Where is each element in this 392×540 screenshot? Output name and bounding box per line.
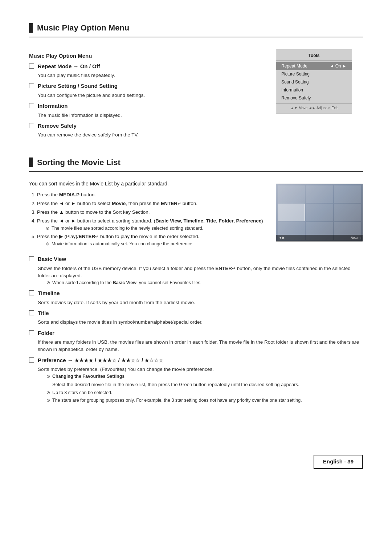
preference-item: Preference → ★★★★ / ★★★☆ / ★★☆☆ / ★☆☆☆ [29, 356, 363, 365]
music-sub-heading: Music Play Option Menu [29, 52, 265, 60]
tools-menu: Tools Repeat Mode ◄ On ► Picture Setting… [276, 49, 352, 114]
basic-view-desc: Shows the folders of the USB memory devi… [38, 265, 363, 286]
movie-thumb-6 [334, 204, 361, 221]
movie-footer-right: Return [351, 236, 360, 241]
tools-menu-screenshot: Tools Repeat Mode ◄ On ► Picture Setting… [276, 45, 363, 142]
note-icon-1: ⊘ [46, 225, 49, 232]
movie-thumb-2 [306, 185, 333, 203]
sorting-left-col: You can sort movies in the Movie List by… [29, 180, 265, 252]
music-content: Music Play Option Menu Repeat Mode → On … [29, 45, 363, 142]
music-left-col: Music Play Option Menu Repeat Mode → On … [29, 45, 265, 142]
step-4: Press the ◄ or ► button to select a sort… [37, 217, 265, 232]
checkbox-basic-view [29, 256, 34, 261]
picture-setting-item: Picture Setting / Sound Setting [29, 82, 265, 90]
movie-list-screenshot: ◄ ▶ Return [276, 184, 363, 242]
timeline-label: Timeline [38, 289, 60, 298]
information-item: Information [29, 102, 265, 110]
music-title-text: Music Play Option Menu [37, 22, 129, 34]
page-number: English - 39 [314, 455, 363, 469]
note-icon-basic: ⊘ [46, 279, 50, 286]
movie-screenshot-col: ◄ ▶ Return [276, 180, 363, 252]
checkbox-picture [29, 83, 34, 88]
tools-menu-item-sound: Sound Setting [276, 78, 352, 86]
remove-safely-desc: You can remove the device safely from th… [38, 131, 265, 139]
tools-item-label-remove: Remove Safely [281, 95, 311, 101]
movie-grid [276, 184, 363, 241]
title-bar-decoration [29, 23, 33, 33]
step-5: Press the ▶ (Play)/ENTER↵ button to play… [37, 233, 265, 247]
information-label: Information [38, 102, 68, 110]
tools-menu-item-info: Information [276, 86, 352, 94]
tools-item-label-picture: Picture Setting [281, 71, 310, 77]
picture-setting-label: Picture Setting / Sound Setting [38, 82, 118, 90]
folder-item: Folder [29, 329, 363, 338]
pref-note-4-text: The stars are for grouping purposes only… [52, 397, 302, 404]
stars-4: ★★★★ [74, 357, 93, 363]
stars-1: ★☆☆☆ [144, 357, 163, 363]
sorting-title-text: Sorting the Movie List [37, 156, 121, 168]
timeline-item: Timeline [29, 289, 363, 298]
title-label: Title [38, 309, 49, 318]
step-2: Press the ◄ or ► button to select Movie,… [37, 200, 265, 207]
checkbox-preference [29, 357, 34, 363]
tools-menu-item-picture: Picture Setting [276, 70, 352, 78]
picture-setting-desc: You can configure the picture and sound … [38, 92, 265, 99]
music-section: Music Play Option Menu Music Play Option… [29, 22, 363, 142]
tools-menu-title: Tools [276, 52, 352, 61]
checkbox-folder [29, 330, 34, 335]
pref-note-1-text: Changing the Favourites Settings [52, 373, 124, 380]
pref-note-4: ⊘ The stars are for grouping purposes on… [46, 397, 363, 404]
repeat-mode-desc: You can play music files repeatedly. [38, 72, 265, 79]
note-icon-2: ⊘ [46, 241, 49, 247]
pref-note-3: ⊘ Up to 3 stars can be selected. [46, 389, 363, 396]
title-item: Title [29, 309, 363, 318]
sorting-section-title: Sorting the Movie List [29, 156, 363, 172]
music-section-title: Music Play Option Menu [29, 22, 363, 37]
sorting-title-bar [29, 158, 33, 167]
timeline-desc: Sorts movies by date. It sorts by year a… [38, 299, 363, 306]
remove-safely-item: Remove Safely [29, 122, 265, 130]
step-3: Press the ▲ button to move to the Sort k… [37, 209, 265, 216]
sorting-content: You can sort movies in the Movie List by… [29, 180, 363, 252]
tools-menu-item-repeat: Repeat Mode ◄ On ► [276, 62, 352, 70]
repeat-mode-label: Repeat Mode → On / Off [38, 62, 100, 71]
tools-item-label-sound: Sound Setting [281, 79, 309, 85]
folder-desc: If there are many folders in USB, the mo… [38, 339, 363, 353]
step-1: Press the MEDIA.P button. [37, 191, 265, 199]
pref-note-2: Select the desired movie file in the mov… [52, 381, 363, 388]
checkbox-timeline [29, 290, 34, 295]
checkbox-information [29, 103, 34, 108]
step5-note: ⊘ Movie information is automatically set… [46, 241, 265, 248]
tools-item-label-repeat: Repeat Mode [281, 63, 307, 69]
movie-thumb-5 [306, 204, 333, 221]
basic-view-item: Basic View [29, 255, 363, 263]
note-icon-pref1: ⊘ [46, 373, 50, 380]
pref-note-3-text: Up to 3 stars can be selected. [52, 389, 112, 396]
stars-2: ★★☆☆ [121, 357, 140, 363]
basic-view-note: ⊘ When sorted according to the Basic Vie… [46, 279, 363, 286]
sorting-steps: Press the MEDIA.P button. Press the ◄ or… [37, 191, 265, 248]
preference-desc: Sorts movies by preference. (Favourites)… [38, 366, 363, 404]
preference-label: Preference → ★★★★ / ★★★☆ / ★★☆☆ / ★☆☆☆ [38, 356, 163, 365]
note-icon-pref4: ⊘ [46, 397, 50, 404]
checkbox-remove [29, 123, 34, 128]
movie-footer-left: ◄ ▶ [278, 236, 285, 241]
movie-thumb-4 [278, 204, 305, 221]
information-desc: The music file information is displayed. [38, 112, 265, 119]
folder-label: Folder [38, 329, 54, 338]
repeat-mode-item: Repeat Mode → On / Off [29, 62, 265, 71]
tools-menu-footer: ▲▼ Move ◄► Adjust ↵ Exit [276, 103, 352, 111]
remove-safely-label: Remove Safely [38, 122, 77, 130]
tools-item-value-repeat: ◄ On ► [330, 63, 347, 69]
footer: English - 39 [29, 433, 363, 469]
sorting-intro: You can sort movies in the Movie List by… [29, 180, 265, 188]
basic-view-note-text: When sorted according to the Basic View,… [52, 279, 201, 286]
step5-note-text: Movie information is automatically set. … [52, 241, 193, 248]
stars-3: ★★★☆ [98, 357, 117, 363]
movie-thumb-1 [278, 185, 305, 203]
movie-footer-bar: ◄ ▶ Return [276, 235, 363, 241]
basic-view-label: Basic View [38, 255, 66, 263]
pref-note-1: ⊘ Changing the Favourites Settings [46, 373, 363, 380]
tools-item-label-info: Information [281, 87, 303, 93]
sorting-section: Sorting the Movie List You can sort movi… [29, 156, 363, 404]
